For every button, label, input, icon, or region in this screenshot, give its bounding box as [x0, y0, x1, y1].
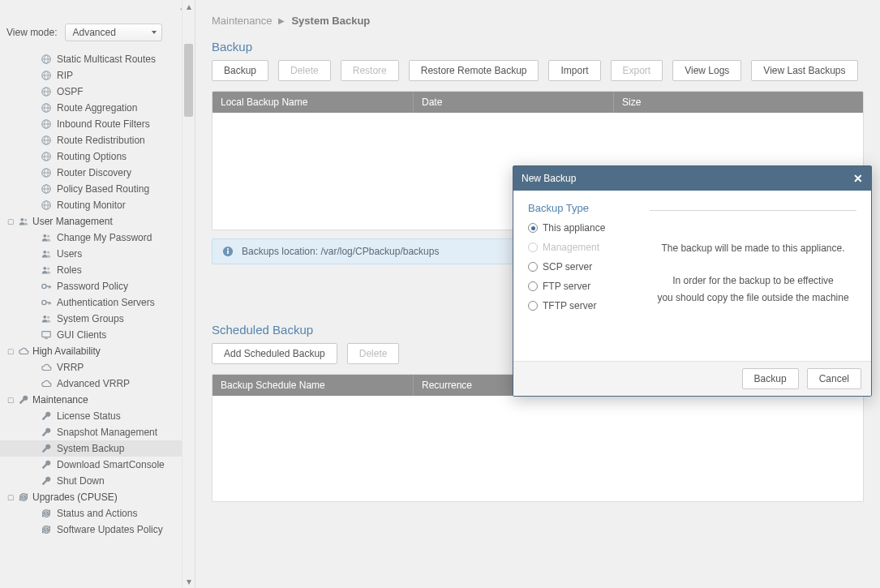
sidebar-item-routing-4[interactable]: Inbound Route Filters: [0, 116, 195, 132]
breadcrumb-sep-icon: ▶: [278, 16, 285, 25]
breadcrumb-current: System Backup: [291, 15, 370, 27]
sidebar-item-label: Static Multicast Routes: [57, 54, 156, 65]
sidebar-collapse-icon[interactable]: ◀◀: [0, 0, 195, 15]
radio-icon: [528, 262, 538, 272]
svg-point-38: [42, 284, 46, 288]
sidebar-item-label: Routing Monitor: [57, 200, 126, 211]
view-logs-button[interactable]: View Logs: [672, 60, 741, 81]
dialog-titlebar[interactable]: New Backup ✕: [513, 166, 871, 191]
globe-icon: [41, 70, 52, 81]
scroll-down-icon[interactable]: ▾: [182, 575, 195, 588]
radio-ftp-server[interactable]: FTP server: [528, 281, 633, 292]
sidebar-item-routing-8[interactable]: Policy Based Routing: [0, 181, 195, 197]
collapse-icon[interactable]: ▢: [6, 217, 15, 225]
sidebar-item-label: GUI Clients: [57, 329, 106, 341]
section-icon: [18, 216, 29, 227]
sidebar-item-routing-9[interactable]: Routing Monitor: [0, 197, 195, 213]
sidebar-item-label: Policy Based Routing: [57, 183, 149, 195]
item-icon: [41, 313, 52, 324]
sidebar-item-user-management-4[interactable]: Authentication Servers: [0, 294, 195, 311]
sidebar-item-user-management-3[interactable]: Password Policy: [0, 278, 195, 294]
sidebar-item-routing-5[interactable]: Route Redistribution: [0, 132, 195, 148]
radio-label: Management: [543, 242, 599, 253]
sidebar-item-user-management-6[interactable]: GUI Clients: [0, 327, 195, 343]
sidebar-item-user-management-0[interactable]: Change My Password: [0, 230, 195, 246]
svg-point-42: [42, 300, 46, 304]
radio-scp-server[interactable]: SCP server: [528, 261, 633, 273]
restore-button: Restore: [341, 60, 399, 81]
radio-label: SCP server: [543, 261, 592, 273]
sidebar-section-0[interactable]: ▢User Management: [0, 213, 195, 230]
scheduled-delete-button: Delete: [347, 343, 400, 364]
globe-icon: [41, 54, 52, 65]
dialog-backup-button[interactable]: Backup: [742, 368, 799, 389]
new-backup-dialog: New Backup ✕ Backup Type This appliance …: [513, 165, 872, 397]
th-size[interactable]: Size: [614, 92, 863, 113]
sidebar-item-routing-6[interactable]: Routing Options: [0, 148, 195, 165]
dialog-message-line: The backup will be made to this applianc…: [650, 240, 856, 258]
sidebar-item-high-availability-1[interactable]: Advanced VRRP: [0, 376, 195, 392]
item-icon: [41, 248, 52, 260]
th-schedule-name[interactable]: Backup Schedule Name: [212, 375, 414, 396]
sidebar-scrollbar[interactable]: ▴ ▾: [182, 0, 195, 588]
sidebar-item-routing-2[interactable]: OSPF: [0, 84, 195, 100]
sidebar-item-routing-1[interactable]: RIP: [0, 67, 195, 84]
sidebar-item-maintenance-4[interactable]: Shut Down: [0, 473, 195, 489]
sidebar-item-routing-0[interactable]: Static Multicast Routes: [0, 51, 195, 67]
item-icon: [41, 297, 52, 308]
dialog-cancel-button[interactable]: Cancel: [807, 368, 861, 389]
scheduled-table-body: [212, 396, 863, 501]
sidebar-item-upgrades-cpuse--0[interactable]: Status and Actions: [0, 505, 195, 521]
sidebar-section-3[interactable]: ▢Upgrades (CPUSE): [0, 489, 195, 505]
sidebar-item-label: Advanced VRRP: [57, 378, 130, 389]
sidebar-item-label: Route Aggregation: [57, 102, 137, 114]
dialog-footer: Backup Cancel: [513, 361, 871, 396]
sidebar-section-1[interactable]: ▢High Availability: [0, 343, 195, 359]
sidebar-item-upgrades-cpuse--1[interactable]: Software Updates Policy: [0, 521, 195, 538]
import-button[interactable]: Import: [548, 60, 600, 81]
view-last-backups-button[interactable]: View Last Backups: [751, 60, 857, 81]
sidebar-item-maintenance-3[interactable]: Download SmartConsole: [0, 457, 195, 473]
sidebar: ◀◀ View mode: Advanced Static Multicast …: [0, 0, 195, 588]
sidebar-item-high-availability-0[interactable]: VRRP: [0, 359, 195, 376]
breadcrumb-parent[interactable]: Maintenance: [212, 15, 272, 27]
th-local-backup-name[interactable]: Local Backup Name: [212, 92, 414, 113]
radio-this-appliance[interactable]: This appliance: [528, 222, 633, 234]
sidebar-item-routing-3[interactable]: Route Aggregation: [0, 100, 195, 116]
sidebar-section-2[interactable]: ▢Maintenance: [0, 392, 195, 408]
sidebar-item-user-management-1[interactable]: Users: [0, 246, 195, 262]
sidebar-item-user-management-2[interactable]: Roles: [0, 262, 195, 278]
svg-point-37: [47, 268, 49, 270]
sidebar-item-maintenance-2[interactable]: System Backup: [0, 440, 195, 457]
globe-icon: [41, 135, 52, 146]
section-label: User Management: [32, 216, 113, 227]
collapse-icon[interactable]: ▢: [6, 396, 15, 404]
backup-button-row: Backup Delete Restore Restore Remote Bac…: [195, 60, 880, 91]
backup-button[interactable]: Backup: [212, 60, 268, 81]
section-label: Maintenance: [32, 394, 88, 406]
collapse-icon[interactable]: ▢: [6, 347, 15, 355]
sidebar-item-maintenance-1[interactable]: Snapshot Management: [0, 424, 195, 440]
close-icon[interactable]: ✕: [853, 172, 863, 185]
backup-type-heading: Backup Type: [528, 202, 633, 214]
radio-tftp-server[interactable]: TFTP server: [528, 300, 633, 311]
scroll-up-icon[interactable]: ▴: [182, 0, 195, 13]
sidebar-item-maintenance-0[interactable]: License Status: [0, 408, 195, 424]
sidebar-scrollbar-thumb[interactable]: [184, 44, 193, 117]
svg-point-34: [43, 251, 46, 254]
svg-point-33: [47, 235, 49, 238]
breadcrumb: Maintenance ▶ System Backup: [195, 0, 880, 38]
svg-point-30: [20, 218, 24, 221]
dialog-message: The backup will be made to this applianc…: [650, 211, 856, 307]
sidebar-item-user-management-5[interactable]: System Groups: [0, 311, 195, 327]
sidebar-item-routing-7[interactable]: Router Discovery: [0, 165, 195, 181]
restore-remote-button[interactable]: Restore Remote Backup: [409, 60, 539, 81]
add-scheduled-backup-button[interactable]: Add Scheduled Backup: [212, 343, 337, 364]
dialog-message-line: In order for the backup to be effective: [650, 273, 856, 290]
collapse-icon[interactable]: ▢: [6, 493, 15, 501]
item-icon: [41, 410, 52, 422]
svg-rect-52: [227, 248, 229, 250]
svg-point-35: [47, 251, 49, 254]
view-mode-select[interactable]: Advanced: [65, 24, 162, 41]
th-date[interactable]: Date: [414, 92, 614, 113]
